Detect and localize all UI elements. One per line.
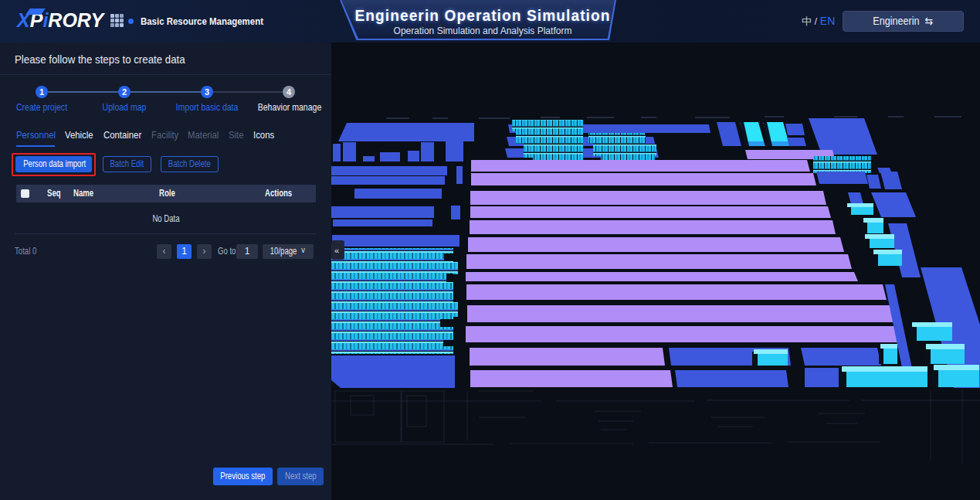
svg-text:«: «: [334, 246, 339, 255]
